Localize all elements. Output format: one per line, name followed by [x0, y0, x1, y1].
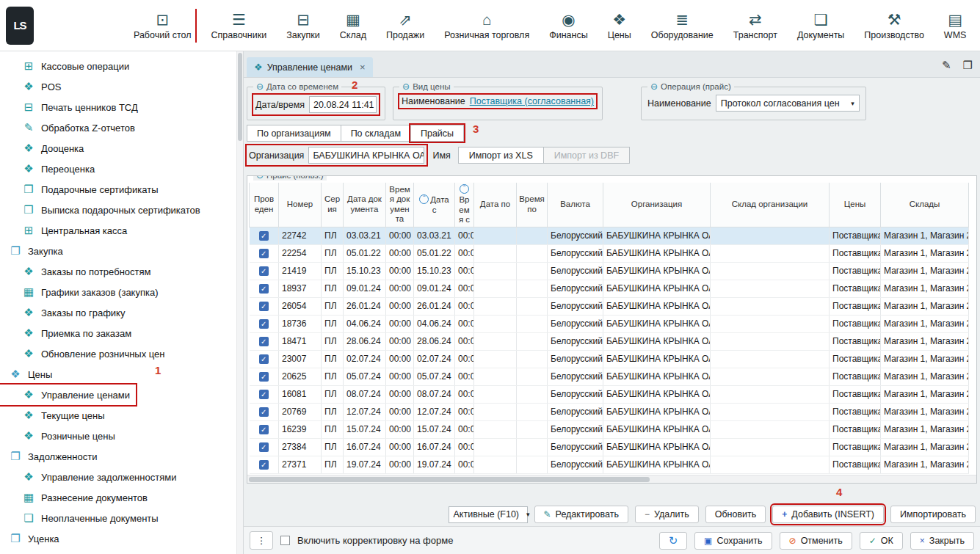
delete-button[interactable]: − Удалить [635, 506, 699, 523]
table-row[interactable]: 22742 ПЛ 03.03.21 00:00 03.03.21 00:00 Б… [250, 227, 969, 244]
top-nav-item[interactable]: ⇄ Транспорт [729, 9, 782, 43]
horizontal-scrollbar[interactable] [247, 475, 976, 483]
status-filter-select[interactable]: Активные (F10) ▾ [449, 506, 528, 523]
table-row[interactable]: 26054 ПЛ 26.01.24 00:00 26.01.24 00:00 Б… [250, 297, 969, 315]
top-nav-item[interactable]: ☰ Справочники [206, 9, 271, 43]
form-correction-checkbox[interactable] [280, 536, 290, 545]
table-row[interactable]: 21419 ПЛ 15.10.23 00:00 15.10.23 00:00 Б… [250, 262, 969, 280]
sidebar-item[interactable]: ❖ POS [0, 76, 61, 97]
top-nav-item[interactable]: ❖ Цены [603, 9, 636, 43]
checkbox-checked-icon[interactable] [259, 425, 269, 434]
collapse-group-icon[interactable]: ⊖ [650, 81, 658, 92]
top-nav-item[interactable]: ≣ Оборудование [647, 9, 718, 43]
sidebar-item[interactable]: ❖ Розничные цены [0, 426, 115, 446]
col-proveden[interactable]: Проведен [250, 183, 279, 227]
datetime-input[interactable]: 20.08.24 11:41 [309, 96, 377, 113]
sidebar-item[interactable]: ❒ Подарочные сертификаты [0, 179, 158, 200]
collapse-group-icon[interactable]: ⊖ [256, 175, 264, 181]
col-seriya[interactable]: Серия [322, 183, 344, 227]
top-nav-item[interactable]: ❏ Документы [793, 9, 849, 43]
sidebar-scrollbar-thumb[interactable] [238, 53, 242, 141]
sidebar-item[interactable]: ❖ Переоценка [0, 158, 95, 179]
edit-pencil-icon[interactable]: ✎ [942, 59, 951, 72]
subtab[interactable]: По организациям [247, 125, 341, 142]
checkbox-checked-icon[interactable] [259, 302, 269, 311]
import-xls-button[interactable]: Импорт из XLS [458, 147, 544, 164]
sidebar-item[interactable]: ❖ Обновление розничных цен [0, 343, 165, 364]
sidebar-item[interactable]: ⊞ Центральная касса [0, 220, 127, 241]
sidebar-scrollbar[interactable] [236, 51, 244, 554]
checkbox-checked-icon[interactable] [259, 284, 269, 294]
sort-asc-icon[interactable] [460, 184, 469, 194]
refresh-button[interactable]: Обновить [705, 506, 766, 523]
sidebar-item[interactable]: ❏ Неоплаченные документы [0, 508, 159, 528]
table-row[interactable]: 22254 ПЛ 05.01.22 00:00 05.01.22 00:00 Б… [250, 244, 969, 262]
col-data-po[interactable]: Дата по [474, 183, 517, 227]
sidebar-item[interactable]: ❐ Уценка [0, 528, 59, 549]
checkbox-checked-icon[interactable] [259, 407, 269, 417]
top-nav-item[interactable]: ⇗ Продажи [382, 9, 429, 43]
col-sklad-organizatsii[interactable]: Склад организации [711, 183, 830, 227]
table-row[interactable]: 18937 ПЛ 09.01.24 00:00 09.01.24 00:00 Б… [250, 280, 969, 297]
collapse-group-icon[interactable]: ⊖ [402, 81, 410, 92]
col-vremya-po[interactable]: Время по [517, 183, 548, 227]
tab-close-icon[interactable]: × [360, 62, 366, 73]
table-row[interactable]: 23007 ПЛ 02.07.24 00:00 02.07.24 00:00 Б… [250, 350, 969, 368]
checkbox-checked-icon[interactable] [259, 231, 269, 241]
sidebar-item[interactable]: ⊟ Печать ценников ТСД [0, 97, 138, 117]
sort-asc-icon[interactable] [419, 194, 429, 204]
top-nav-item[interactable]: ⌂ Розничная торговля [440, 9, 534, 43]
checkbox-checked-icon[interactable] [259, 460, 269, 470]
refresh-form-button[interactable]: ↻ [659, 532, 687, 550]
subtab[interactable]: Прайсы [410, 125, 464, 142]
sidebar-item[interactable]: ❖ Заказы по потребностям [0, 261, 150, 282]
sidebar-item[interactable]: ▦ Графики заказов (закупка) [0, 282, 159, 302]
checkbox-checked-icon[interactable] [259, 319, 269, 329]
edit-button[interactable]: ✎ Редактировать [534, 506, 628, 523]
top-nav-item[interactable]: ▤ WMS [940, 9, 971, 43]
price-kind-link[interactable]: Поставщика (согласованная) [470, 96, 594, 106]
sidebar-item[interactable]: ❐ Задолженности [0, 446, 97, 467]
table-row[interactable]: 18471 ПЛ 28.06.24 00:00 28.06.24 00:00 Б… [250, 332, 969, 350]
col-sklady[interactable]: Склады [881, 183, 969, 227]
checkbox-checked-icon[interactable] [259, 390, 269, 399]
sidebar-item[interactable]: ❖ Управление ценами [0, 384, 136, 405]
horizontal-scrollbar-thumb[interactable] [249, 477, 650, 482]
top-nav-item[interactable]: ⊡ Рабочий стол [129, 9, 195, 43]
col-data-s[interactable]: Дата с [414, 183, 455, 227]
checkbox-checked-icon[interactable] [259, 266, 269, 276]
table-row[interactable]: 27384 ПЛ 16.07.24 00:00 16.07.24 00:00 Б… [250, 438, 969, 456]
col-data-dokumenta[interactable]: Дата документа [344, 183, 386, 227]
checkbox-checked-icon[interactable] [259, 249, 269, 258]
top-nav-item[interactable]: ▦ Склад [335, 9, 371, 43]
add-insert-button[interactable]: + Добавить (INSERT) [772, 506, 884, 523]
ok-button[interactable]: ✓ ОК [860, 532, 903, 550]
expand-icon[interactable]: ❒ [963, 59, 973, 72]
top-nav-item[interactable]: ◉ Финансы [545, 9, 592, 43]
col-organizatsiya[interactable]: Организация [603, 183, 711, 227]
sidebar-item[interactable]: ❖ Управление задолженностями [0, 467, 176, 487]
sidebar-item[interactable]: ✎ Обработка Z-отчетов [0, 117, 135, 138]
sidebar-item[interactable]: ❐ Закупка [0, 241, 63, 261]
close-button[interactable]: × Закрыть [910, 532, 974, 550]
sidebar-item[interactable]: ⊞ Кассовые операции [0, 56, 129, 76]
sidebar-item[interactable]: ▦ Разнесение документов [0, 487, 148, 508]
checkbox-checked-icon[interactable] [259, 354, 269, 364]
checkbox-checked-icon[interactable] [259, 442, 269, 452]
sidebar-item[interactable]: ❒ Выписка подарочных сертификатов [0, 200, 200, 220]
sidebar-item[interactable]: ❖ Дооценка [0, 138, 84, 158]
table-row[interactable]: 16239 ПЛ 15.07.24 00:00 15.07.24 00:00 Б… [250, 420, 969, 438]
import-button[interactable]: Импортировать [890, 506, 976, 523]
col-nomer[interactable]: Номер [279, 183, 322, 227]
table-row[interactable]: 27371 ПЛ 19.07.24 00:00 19.07.24 00:00 Б… [250, 456, 969, 473]
sidebar-item[interactable]: ❖ Текущие цены [0, 405, 105, 426]
sidebar-item[interactable]: ❖ Заказы по графику [0, 302, 125, 323]
subtab[interactable]: По складам [341, 125, 410, 142]
operation-select[interactable]: Протокол согласования цен ▾ [716, 95, 860, 112]
table-row[interactable]: 18736 ПЛ 04.06.24 00:00 04.06.24 00:00 Б… [250, 315, 969, 332]
top-nav-item[interactable]: ⚒ Производство [860, 9, 929, 43]
collapse-group-icon[interactable]: ⊖ [256, 81, 264, 92]
table-row[interactable]: 16081 ПЛ 08.07.24 00:00 08.07.24 00:00 Б… [250, 385, 969, 403]
table-row[interactable]: 20769 ПЛ 12.07.24 00:00 12.07.24 00:00 Б… [250, 403, 969, 420]
more-options-button[interactable]: ⋮ [250, 531, 273, 550]
